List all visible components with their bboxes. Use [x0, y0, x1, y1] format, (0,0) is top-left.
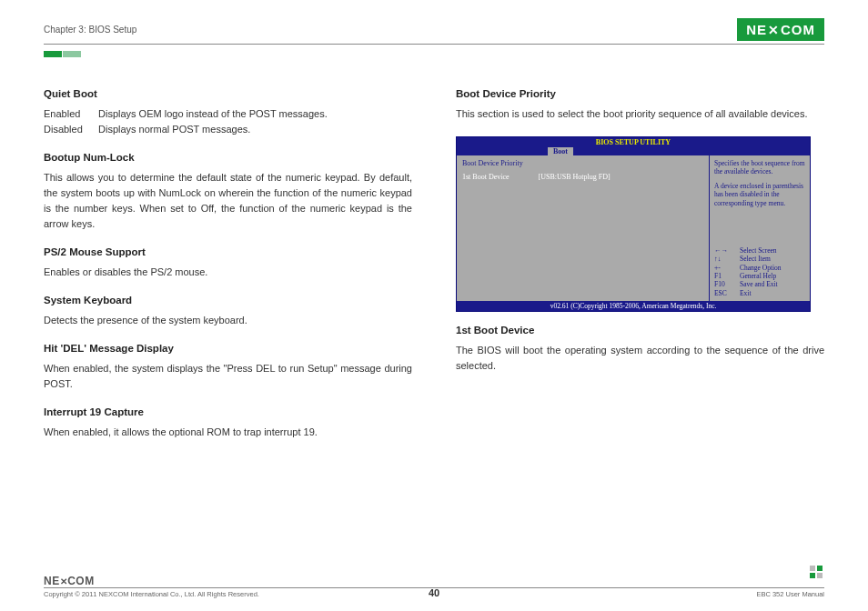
heading-boot-priority: Boot Device Priority [456, 88, 824, 99]
page-header: Chapter 3: BIOS Setup NE✕COM [44, 18, 824, 45]
ps2-text: Enables or disables the PS/2 mouse. [44, 265, 412, 280]
hitdel-text: When enabled, the system displays the "P… [44, 361, 412, 392]
int19-text: When enabled, it allows the optional ROM… [44, 425, 412, 440]
bios-left-pane: Boot Device Priority 1st Boot Device [US… [457, 155, 710, 301]
bios-section-label: Boot Device Priority [462, 159, 703, 167]
heading-quiet-boot: Quiet Boot [44, 88, 412, 99]
bios-screenshot: BIOS SETUP UTILITY Boot Boot Device Prio… [456, 136, 811, 312]
brand-logo: NE✕COM [737, 18, 824, 41]
chapter-title: Chapter 3: BIOS Setup [44, 25, 136, 35]
bios-option-row: 1st Boot Device [USB:USB Hotplug FD] [462, 173, 703, 181]
left-column: Quiet Boot EnabledDisplays OEM logo inst… [44, 88, 412, 456]
boot-priority-text: This section is used to select the boot … [456, 106, 824, 122]
right-column: Boot Device Priority This section is use… [456, 88, 824, 456]
heading-numlock: Bootup Num-Lock [44, 152, 412, 163]
bios-key-legend: ←→Select Screen ↑↓Select Item +-Change O… [714, 246, 805, 297]
bios-option-value: [USB:USB Hotplug FD] [539, 173, 611, 181]
footer-logo: NE✕COM [44, 575, 95, 587]
page-number: 40 [0, 587, 868, 598]
quiet-boot-options: EnabledDisplays OEM logo instead of the … [44, 106, 412, 137]
bios-tab-boot: Boot [548, 147, 573, 155]
option-key: Enabled [44, 106, 98, 122]
bios-title: BIOS SETUP UTILITY [457, 137, 810, 147]
heading-int19: Interrupt 19 Capture [44, 406, 412, 417]
bios-option-label: 1st Boot Device [462, 173, 510, 181]
bios-menu-bar: Boot [457, 147, 810, 155]
bios-help-text: Specifies the boot sequence from the ava… [714, 159, 805, 207]
bios-right-pane: Specifies the boot sequence from the ava… [710, 155, 810, 301]
heading-ps2: PS/2 Mouse Support [44, 246, 412, 257]
heading-syskb: System Keyboard [44, 295, 412, 306]
option-desc: Displays OEM logo instead of the POST me… [98, 106, 328, 122]
numlock-text: This allows you to determine the default… [44, 170, 412, 232]
option-key: Disabled [44, 122, 98, 137]
bios-copyright: v02.61 (C)Copyright 1985-2006, American … [457, 301, 810, 311]
first-boot-text: The BIOS will boot the operating system … [456, 343, 824, 374]
option-desc: Displays normal POST messages. [98, 122, 250, 137]
syskb-text: Detects the presence of the system keybo… [44, 313, 412, 328]
heading-first-boot: 1st Boot Device [456, 325, 824, 336]
heading-hitdel: Hit 'DEL' Message Display [44, 343, 412, 354]
header-accent [44, 48, 824, 57]
